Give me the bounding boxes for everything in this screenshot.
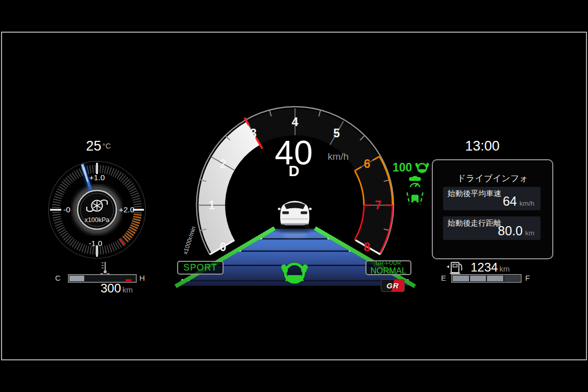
coolant-min-label: C	[55, 274, 61, 282]
gear-indicator: D	[252, 163, 336, 180]
trip-distance-unit: km	[525, 229, 534, 237]
coolant-max-label: H	[139, 274, 145, 282]
fuel-segment-3	[487, 276, 503, 281]
fuel-segment-1	[453, 276, 469, 281]
fuel-range: 1234km	[471, 260, 509, 275]
odometer-unit: km	[122, 285, 133, 294]
clock: 13:00	[431, 138, 533, 154]
outside-temperature: 25°C	[61, 138, 136, 154]
fuel-max-label: F	[525, 274, 530, 282]
fuel-gauge-bar	[451, 274, 522, 283]
avg-speed-label: 始動後平均車速	[448, 189, 501, 199]
drive-info-panel: ドライブインフォ 始動後平均車速 64 km/h 始動後走行距離 80.0 km	[432, 159, 553, 259]
drive-mode-badge: SPORT	[177, 261, 224, 275]
outside-temp-unit: °C	[103, 141, 111, 150]
drive-info-row-distance: 始動後走行距離 80.0 km	[443, 216, 541, 240]
range-unit: km	[499, 264, 509, 273]
odometer-value: 300	[101, 281, 121, 295]
instrument-cluster: +1.0 -0 +2.0 -1.0 x100kPa	[0, 0, 588, 392]
speed-unit: km/h	[328, 151, 349, 162]
coolant-level-fill	[69, 276, 84, 281]
drive-mode-label: SPORT	[183, 262, 217, 273]
fuel-segment-4	[504, 276, 521, 281]
outside-temp-value: 25	[86, 138, 102, 154]
range-value: 1234	[471, 260, 498, 274]
awd-mode-badge: GR-FOUR NORMAL	[365, 260, 411, 275]
drive-info-title: ドライブインフォ	[433, 173, 552, 184]
trip-distance-value: 80.0	[498, 224, 523, 238]
awd-system-label: GR-FOUR	[376, 261, 401, 266]
awd-mode-label: NORMAL	[371, 266, 407, 275]
drive-info-row-avg-speed: 始動後平均車速 64 km/h	[443, 187, 541, 210]
gr-logo-text: GR	[386, 281, 399, 290]
trip-distance-label: 始動後走行距離	[448, 218, 501, 228]
avg-speed-value: 64	[503, 194, 517, 209]
avg-speed-unit: km/h	[520, 200, 534, 207]
odometer: 300km	[66, 281, 133, 296]
fuel-min-label: E	[441, 274, 446, 282]
fuel-segment-2	[470, 276, 486, 281]
gr-logo: GR	[381, 279, 405, 292]
adas-set-speed: 100	[393, 161, 412, 175]
